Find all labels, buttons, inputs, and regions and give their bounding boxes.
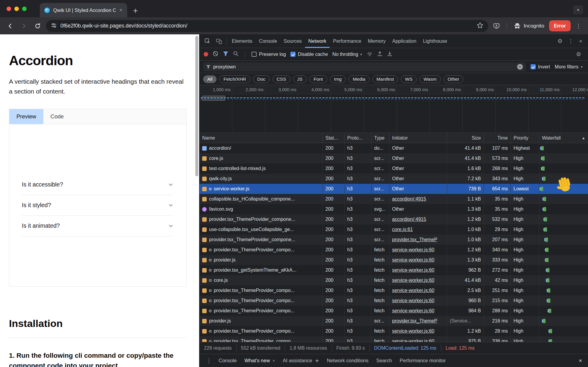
filter-chip-other[interactable]: Other (444, 75, 464, 83)
search-icon[interactable] (233, 51, 239, 58)
device-toolbar-icon[interactable] (213, 38, 225, 44)
drawer-close-icon[interactable]: × (576, 357, 584, 364)
devtools-tab-application[interactable]: Application (389, 34, 420, 48)
filter-chip-font[interactable]: Font (310, 75, 327, 83)
disable-cache-toggle[interactable]: Disable cache (290, 52, 328, 57)
export-har-icon[interactable] (387, 51, 392, 58)
drawer-menu-kebab-icon[interactable]: ⋮ (203, 357, 215, 364)
tab-code[interactable]: Code (43, 109, 71, 124)
more-filters-dropdown[interactable]: More filters ▾ (555, 64, 584, 70)
drawer-tab-network-conditions[interactable]: Network conditions (323, 354, 372, 367)
drawer-tab-ai-assistance[interactable]: AI assistance (279, 354, 323, 367)
browser-tab[interactable]: Qwik UI | Styled Accordion Co × (40, 3, 127, 17)
network-request-row[interactable]: favicon.svg 200 h3 svg... Other 1.3 kB 3… (199, 204, 588, 214)
column-header-priority[interactable]: Priority (511, 133, 539, 143)
devtools-tab-console[interactable]: Console (256, 34, 281, 48)
initiator-link[interactable]: service-worker.js:60 (392, 267, 434, 273)
column-header-name[interactable]: Name (199, 133, 323, 143)
tab-preview[interactable]: Preview (9, 109, 43, 124)
network-request-row[interactable]: collapsible.tsx_HCollapsible_compone... … (199, 194, 588, 204)
browser-menu-kebab-icon[interactable]: ⋮ (574, 22, 583, 30)
filter-funnel-icon[interactable] (223, 51, 229, 57)
site-settings-tune-icon[interactable] (51, 22, 57, 30)
record-network-log-button[interactable] (204, 52, 208, 56)
macos-window-controls[interactable] (0, 0, 31, 17)
initiator-link[interactable]: core.js:61 (392, 227, 413, 232)
initiator-link[interactable]: service-worker.js:60 (392, 247, 434, 253)
initiator-link[interactable]: service-worker.js:60 (392, 339, 434, 342)
column-header-type[interactable]: Type (371, 133, 389, 143)
network-settings-gear-icon[interactable]: ⚙ (573, 51, 584, 58)
network-request-row[interactable]: provider.tsx_ThemeProvider_compone... 20… (199, 235, 588, 245)
filter-chip-css[interactable]: CSS (272, 75, 290, 83)
network-request-row[interactable]: ⚙provider.js 200 h3 fetch service-worker… (199, 255, 588, 265)
network-request-row[interactable]: ⚙provider.tsx_getSystemTheme_aKkA... 200… (199, 265, 588, 275)
invert-filter-toggle[interactable]: Invert (531, 64, 550, 70)
devtools-menu-kebab-icon[interactable]: ⋮ (565, 38, 576, 45)
initiator-link[interactable]: provider.tsx_ThemeP (392, 318, 437, 324)
column-header-proto[interactable]: Proto... (345, 133, 371, 143)
invert-checkbox[interactable] (531, 64, 536, 69)
initiator-link[interactable]: accordion/:4915 (392, 217, 426, 222)
filter-chip-doc[interactable]: Doc (253, 75, 270, 83)
devtools-settings-gear-icon[interactable]: ⚙ (555, 38, 565, 45)
close-window-button[interactable] (7, 7, 11, 11)
network-request-row[interactable]: test-controlled-list-mixed.js 200 h3 scr… (199, 163, 588, 174)
network-request-row[interactable]: qwik-city.js 200 h3 scr... Other 7.2 kB … (199, 174, 588, 184)
initiator-link[interactable]: service-worker.js:60 (392, 288, 434, 293)
initiator-link[interactable]: service-worker.js:60 (392, 328, 434, 334)
accordion-trigger[interactable]: Is it animated? (22, 216, 174, 236)
clear-filter-icon[interactable]: × (517, 64, 523, 70)
column-header-stat[interactable]: Stat... (323, 133, 345, 143)
new-tab-button[interactable]: + (133, 7, 138, 15)
page-scrollbar-thumb[interactable] (195, 36, 198, 176)
column-header-size[interactable]: Size (447, 133, 484, 143)
close-tab-icon[interactable]: × (119, 7, 123, 13)
tab-search-chevron-icon[interactable]: ▾ (573, 5, 583, 14)
devtools-tab-performance[interactable]: Performance (330, 34, 364, 48)
disable-cache-checkbox[interactable] (290, 52, 295, 57)
drawer-tab-search[interactable]: Search (372, 354, 396, 367)
accordion-trigger[interactable]: Is it accessible? (22, 175, 174, 195)
network-request-row[interactable]: ⚙core.js 200 h3 fetch service-worker.js:… (199, 275, 588, 285)
import-har-icon[interactable] (377, 51, 383, 58)
filter-input-wrapper[interactable]: × (203, 62, 526, 71)
accordion-trigger[interactable]: Is it styled? (22, 195, 174, 216)
initiator-link[interactable]: provider.tsx_ThemeP (392, 237, 437, 242)
install-app-icon[interactable] (491, 21, 502, 31)
drawer-tab-console[interactable]: Console (215, 354, 241, 367)
network-request-row[interactable]: ⚙provider.tsx_ThemeProvider_compo... 200… (199, 326, 588, 336)
close-drawer-tab-icon[interactable]: × (272, 358, 275, 363)
column-header-waterfall[interactable]: Waterfall▲ (539, 133, 588, 143)
filter-chip-manifest[interactable]: Manifest (372, 75, 398, 83)
network-request-row[interactable]: ⚙provider.tsx_ThemeProvider_compo... 200… (199, 285, 588, 296)
devtools-tab-memory[interactable]: Memory (365, 34, 389, 48)
network-request-row[interactable]: ⚙service-worker.js 200 h3 scr... Other 7… (199, 184, 588, 194)
filter-chip-fetch-xhr[interactable]: Fetch/XHR (219, 75, 250, 83)
filter-chip-media[interactable]: Media (348, 75, 369, 83)
bookmark-star-icon[interactable] (477, 22, 483, 30)
network-overview-timeline[interactable]: 1,000 ms2,000 ms3,000 ms4,000 ms5,000 ms… (199, 85, 588, 133)
network-request-row[interactable]: provider.js 200 h3 scr... provider.tsx_T… (199, 316, 588, 326)
preserve-log-toggle[interactable]: Preserve log (252, 52, 286, 57)
forward-button[interactable] (19, 21, 29, 31)
reload-button[interactable] (32, 21, 43, 31)
drawer-tab-what-s-new[interactable]: What's new× (241, 354, 279, 367)
initiator-link[interactable]: service-worker.js:60 (392, 257, 434, 263)
filter-chip-ws[interactable]: WS (401, 75, 417, 83)
preserve-log-checkbox[interactable] (252, 52, 257, 57)
back-button[interactable] (5, 21, 16, 31)
devtools-tab-sources[interactable]: Sources (280, 34, 305, 48)
devtools-tab-lighthouse[interactable]: Lighthouse (420, 34, 450, 48)
minimize-window-button[interactable] (14, 7, 19, 11)
filter-chip-js[interactable]: JS (293, 75, 307, 83)
network-request-row[interactable]: ⚙provider.tsx_ThemeProvider_compo... 200… (199, 306, 588, 316)
devtools-close-icon[interactable]: × (576, 38, 585, 45)
address-bar[interactable]: 0f6e2f0b.qwik-ui-site.pages.dev/docs/sty… (46, 20, 488, 32)
column-header-initiator[interactable]: Initiator (389, 133, 447, 143)
column-header-time[interactable]: Time (484, 133, 511, 143)
network-conditions-icon[interactable] (367, 51, 373, 58)
inspect-element-icon[interactable] (202, 38, 213, 44)
network-request-row[interactable]: use-collapsible.tsx_useCollapsible_ge...… (199, 224, 588, 235)
network-request-row[interactable]: ⚙provider.tsx_ThemeProvider_compo... 200… (199, 296, 588, 306)
